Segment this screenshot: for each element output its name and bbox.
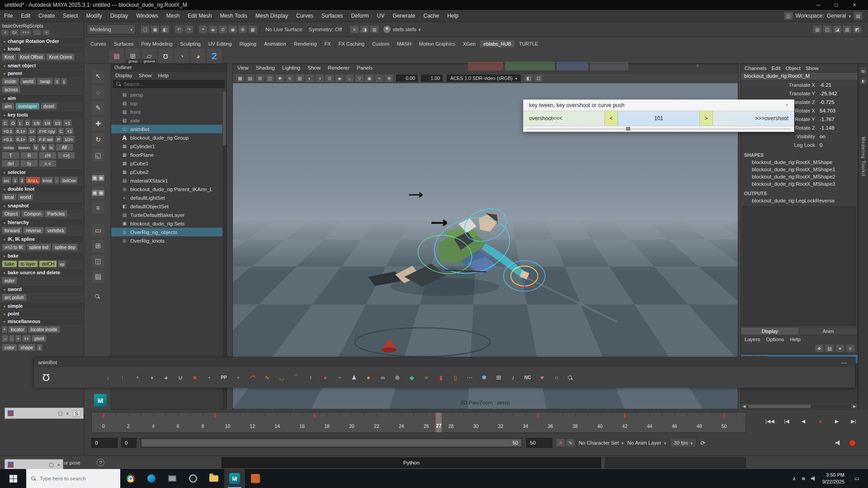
shelf-tab[interactable]: XGen [459, 40, 480, 47]
script-shelf-button[interactable]: aim [2, 103, 14, 110]
script-shelf-button[interactable]: euler [2, 277, 17, 284]
shelf-tab[interactable]: Animation [260, 40, 290, 47]
help-button[interactable]: ? [97, 459, 104, 466]
script-shelf-button[interactable]: swap [37, 78, 53, 85]
toolbar-icon[interactable]: ▮ [435, 372, 447, 384]
toolbar-icon[interactable]: ◆ [406, 372, 418, 384]
outliner-item[interactable]: ▦ pCylinder1 [111, 142, 226, 150]
range-slider[interactable]: 50 [140, 438, 523, 448]
two-script-shelf-icon[interactable]: 2 [207, 49, 222, 63]
toolbar-icon[interactable]: ● [363, 372, 374, 384]
toolbar-icon[interactable]: ⊕ [385, 74, 394, 82]
shelf-tab[interactable]: Curves [87, 40, 110, 47]
script-shelf-button[interactable]: - [9, 335, 14, 342]
overshoot-slider[interactable] [523, 126, 794, 132]
attribute-editor-tab-icon[interactable]: ▤ [860, 67, 867, 75]
script-shelf-button[interactable]: 1/2> [63, 136, 75, 143]
section-header[interactable]: simple [1, 302, 83, 310]
modeling-toolkit-tab[interactable]: Modeling Toolkit [861, 137, 866, 177]
script-shelf-button[interactable]: -- [2, 335, 8, 342]
selection-mask-icon[interactable]: ▥ [370, 25, 379, 33]
outliner-item[interactable]: ▧ persp [111, 90, 226, 99]
toolbar-icon[interactable]: Gr [10, 29, 19, 36]
script-shelf-button[interactable]: 0 [54, 78, 60, 85]
shelf-tab[interactable]: Rendering [290, 40, 321, 47]
character-set-dropdown[interactable]: No Character Set [579, 440, 623, 446]
outliner-item[interactable]: A blockout_dude_rig:Group [111, 133, 226, 142]
snap-to-view-plane-icon[interactable]: ⊕ [238, 25, 247, 33]
animbot-search-icon[interactable] [567, 375, 573, 380]
script-shelf-button[interactable]: All [56, 144, 73, 151]
tool-settings-tab-icon[interactable]: ◧ [860, 77, 867, 84]
script-shelf-button[interactable]: inside [2, 78, 19, 85]
toolbar-icon[interactable]: NC [522, 372, 533, 384]
toolbar-icon[interactable]: ≈ [420, 372, 432, 384]
toolbar-icon[interactable]: ◈ [335, 74, 344, 82]
toolbar-icon[interactable]: ✱ [478, 372, 490, 384]
script-window-extra-button[interactable]: S [73, 410, 80, 417]
four-pane-layout-button[interactable]: ⊞ [91, 239, 105, 253]
section-collapse-arrow-icon[interactable] [3, 38, 6, 44]
open-scene-icon[interactable]: ▣ [151, 25, 160, 33]
gamma-field[interactable]: 1.00 [421, 75, 443, 82]
script-shelf-button[interactable]: cH [39, 152, 57, 159]
script-shelf-button[interactable]: <0.1 [2, 136, 14, 143]
script-shelf-button[interactable]: spline dep [52, 244, 78, 251]
script-shelf-button[interactable]: Knot Orient [46, 53, 75, 61]
sphere-shelf-icon[interactable]: ◔ [175, 49, 189, 63]
minimize-button[interactable]: — [837, 360, 851, 365]
toolbar-icon[interactable]: ▪ [334, 372, 345, 384]
tab-display[interactable]: Display [741, 328, 799, 335]
taskbar-app-obs[interactable] [183, 469, 203, 488]
toolbar-icon[interactable]: ◑ [146, 372, 157, 384]
shape-node-row[interactable]: blockout_dude_rig:RootX_MShape2 [741, 173, 858, 180]
toolbar-icon[interactable]: ● [319, 372, 331, 384]
section-header[interactable]: IK, IK spline [1, 235, 83, 243]
script-shelf-button[interactable]: 1/2 [53, 119, 62, 127]
shelf-tab[interactable]: eblabs_HUB [480, 40, 515, 47]
toolbar-icon[interactable]: ▯ [449, 372, 461, 384]
channel-row[interactable]: Translate X -6.21 [741, 80, 858, 89]
scroll-right-icon[interactable]: ▶ [851, 404, 858, 408]
taskbar-app-explorer[interactable] [203, 469, 224, 488]
section-collapse-arrow-icon[interactable] [3, 303, 6, 309]
start-button[interactable] [0, 469, 26, 488]
toolbar-icon[interactable]: ⊡ [534, 74, 543, 82]
script-shelf-button[interactable]: >.< [39, 160, 57, 167]
script-shelf-button[interactable]: delCH [39, 260, 57, 267]
section-collapse-arrow-icon[interactable] [3, 253, 6, 259]
section-header[interactable]: point [1, 310, 83, 317]
toolbar-icon[interactable]: ≀ [305, 372, 316, 384]
maya-logo-badge[interactable]: M [94, 394, 107, 407]
outliner-item[interactable]: ◎ OverRig_knots [111, 236, 226, 245]
toolbar-icon[interactable]: ▽ [355, 74, 364, 82]
range-slider-bar-inner[interactable]: 50 [142, 439, 521, 446]
toolbar-icon[interactable]: ⊙ [325, 74, 334, 82]
script-shelf-button[interactable]: ++ [22, 335, 31, 342]
overshoot-left-label[interactable]: overshoot<<< [524, 111, 604, 126]
maximize-button[interactable]: □ [827, 2, 845, 8]
shelf-tab[interactable]: Motion Graphics [415, 40, 459, 47]
menu-item[interactable]: Panels [357, 65, 373, 72]
redo-icon[interactable]: ↷ [184, 25, 193, 33]
menu-item[interactable]: Shading [256, 65, 275, 72]
shelf-tab[interactable]: Sculpting [176, 40, 204, 47]
outliner-item[interactable]: ▧ side [111, 116, 226, 125]
script-shelf-button[interactable]: Knot [41, 177, 54, 184]
toolbar-icon[interactable]: ◡ [276, 372, 288, 384]
script-shelf-button[interactable]: F E set [37, 136, 54, 143]
script-shelf-button[interactable]: lz [33, 144, 39, 151]
toolbar-icon[interactable]: ∿ [261, 372, 273, 384]
toolbar-icon[interactable]: ▦ [236, 74, 245, 82]
channel-row[interactable]: Visibility on [741, 132, 858, 141]
toolbar-icon[interactable]: ✚ [275, 74, 284, 82]
anim-layer-dropdown[interactable]: No Anim Layer [627, 440, 666, 446]
script-shelf-button[interactable]: * [2, 326, 7, 333]
script-shelf-button[interactable]: forward [2, 227, 22, 234]
menu-item[interactable]: Mesh [162, 10, 184, 22]
menu-item[interactable]: Edit [17, 10, 34, 22]
channel-value-field[interactable]: -1.148 [820, 125, 858, 131]
section-collapse-arrow-icon[interactable] [3, 236, 6, 242]
section-header[interactable]: bake source and delete [1, 268, 83, 276]
section-header[interactable]: double knot [1, 185, 83, 192]
